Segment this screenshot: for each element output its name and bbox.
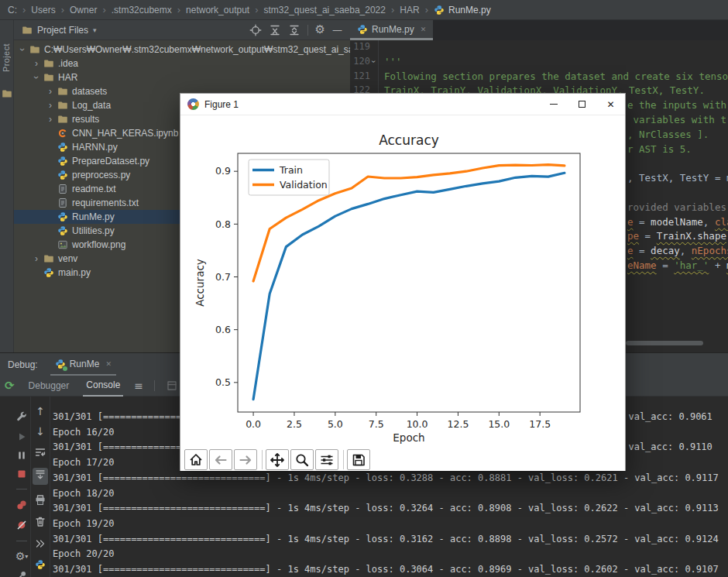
code-token: e the inputs with s [627,99,728,111]
code-token: modelName [651,216,703,228]
svg-text:0.9: 0.9 [215,165,231,177]
editor-line: 120›''' [350,56,728,70]
restore-layout-icon[interactable] [166,380,178,392]
code-fragment: , NrClasses ]. [627,129,709,140]
console-text: Epoch 18/20 [53,488,114,499]
svg-text:0.5: 0.5 [215,376,231,388]
chevron-down-icon[interactable]: › [31,72,42,83]
minimize-button[interactable] [539,94,568,115]
code-token: variables with tra [627,114,728,125]
close-icon[interactable]: ✕ [105,360,112,368]
console-row: 301/301 [=============================] … [0,472,728,486]
tree-row[interactable]: ›.idea [14,57,350,70]
home-button[interactable] [184,449,208,470]
editor-tab-bar: RunMe.py ✕ [350,20,728,40]
collapse-all-icon[interactable] [269,24,281,36]
svg-text:0.7: 0.7 [215,271,231,283]
tree-item-label: preprocess.py [72,170,130,180]
breadcrumb-item[interactable]: Users [31,5,55,15]
tab-console[interactable]: Console [83,376,123,397]
breadcrumb-separator: › [255,4,258,15]
svg-text:0.8: 0.8 [215,218,231,230]
code-token: 'har_' [674,259,709,271]
accuracy-chart: 0.02.55.07.510.012.515.017.50.50.60.70.8… [180,115,627,448]
code-token: TrainX.shape [657,230,726,242]
toolbar-separator [262,450,263,469]
chevron-right-icon[interactable]: › [31,58,42,69]
code-token: , NrClasses ]. [627,129,709,140]
chevron-right-icon[interactable]: › [45,114,56,125]
svg-text:Accuracy: Accuracy [379,132,439,148]
breadcrumb-item[interactable]: stm32_quest_ai_saeba_2022 [264,5,386,15]
configure-subplots-button[interactable] [315,449,338,470]
svg-text:15.0: 15.0 [488,418,510,430]
console-text: 301/301 [=============================] … [53,472,719,483]
ipynb-icon [57,128,68,139]
chevron-down-icon[interactable]: ▾ [93,26,97,34]
pan-button[interactable] [266,449,289,470]
settings-icon[interactable]: ⚙ [315,24,325,36]
maximize-button[interactable] [568,94,596,115]
editor-line: 121Following section prepares the datase… [350,70,728,85]
save-button[interactable] [347,449,370,470]
breadcrumb-item[interactable]: network_output [186,5,249,15]
figure-window[interactable]: Figure 1 ✕ 0.02.55.07.510.012.515.017.50… [180,93,626,471]
code-token: ''' [384,56,402,67]
txt-file-icon [57,184,68,194]
python-file-icon [57,211,68,222]
minimize-icon [550,104,558,105]
breadcrumb-item[interactable]: .stm32cubemx [112,5,172,15]
figure-toolbar [180,448,625,471]
pycharm-window: C:›Users›Owner›.stm32cubemx›network_outp… [0,0,728,577]
chevron-right-icon[interactable]: › [45,86,56,97]
project-stripe-label[interactable]: Project [2,43,11,72]
tree-item-label: Utilities.py [72,225,115,236]
expand-all-icon[interactable] [288,24,300,36]
locate-icon[interactable] [249,24,262,36]
forward-button[interactable] [234,449,257,470]
close-button[interactable]: ✕ [596,94,625,115]
breadcrumb-item[interactable]: Owner [70,5,97,15]
svg-text:10.0: 10.0 [407,418,428,430]
tab-runme[interactable]: RunMe.py ✕ [350,20,433,40]
rerun-icon[interactable]: ⟳ [5,380,15,392]
tree-item-label: main.py [58,267,91,278]
breadcrumb-item[interactable]: C: [8,5,17,15]
back-button[interactable] [209,449,232,470]
tree-item-label: RunMe.py [72,211,115,222]
close-icon: ✕ [606,99,614,110]
view-options-icon[interactable]: ≡ [134,380,143,391]
code-token: e [627,216,634,228]
close-icon[interactable]: ✕ [421,26,427,33]
project-panel-title[interactable]: Project Files [37,25,88,36]
debug-tab-label: RunMe [70,359,100,369]
hide-icon[interactable]: — [332,25,342,35]
figure-title: Figure 1 [204,99,239,110]
debug-tab-runme[interactable]: RunMe ✕ [50,353,116,376]
tree-item-label: datasets [72,86,107,97]
chevron-right-icon[interactable]: › [31,253,42,264]
python-file-icon [357,24,368,35]
figure-titlebar[interactable]: Figure 1 ✕ [180,94,625,115]
breadcrumb-item[interactable]: RunMe.py [434,5,491,15]
fold-marker-icon[interactable]: › [369,60,378,63]
tab-debugger[interactable]: Debugger [26,376,73,397]
editor-horizontal-scrollbar[interactable] [626,341,703,345]
code-token: + [709,259,726,271]
window-controls: ✕ [539,94,625,115]
toolbar-separator [343,450,344,469]
tree-row[interactable]: ›C:₩Users₩Owner₩.stm32cubemx₩network_out… [14,43,350,57]
tree-item-label: PrepareDataset.py [72,156,149,167]
tree-row[interactable]: ›HAR [14,70,350,84]
folder-icon [43,253,54,264]
chevron-down-icon[interactable]: › [17,44,28,55]
folder-icon[interactable] [2,88,12,99]
breadcrumb-item[interactable]: HAR [400,5,419,15]
zoom-rect-button[interactable] [290,449,314,470]
tree-item-label: .idea [58,58,78,69]
code-fragment: e the inputs with s [627,99,728,111]
breadcrumb-separator: › [177,4,180,15]
chevron-right-icon[interactable]: › [45,100,56,111]
code-token: eName [627,259,657,271]
tree-item-label: readme.txt [72,184,116,194]
